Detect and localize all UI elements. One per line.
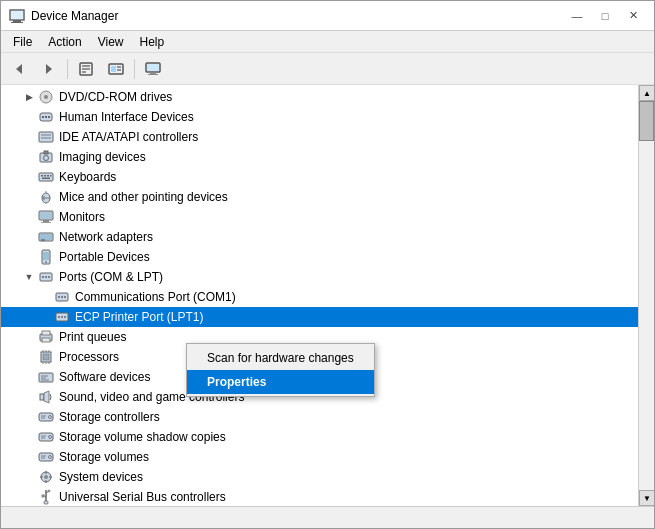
menu-action[interactable]: Action <box>40 33 89 51</box>
menu-help[interactable]: Help <box>132 33 173 51</box>
expand-arrow-software <box>21 369 37 385</box>
item-icon-ide <box>37 129 55 145</box>
svg-rect-102 <box>42 495 44 497</box>
expand-arrow-system <box>21 469 37 485</box>
svg-rect-1 <box>13 20 21 22</box>
tree-item-imaging[interactable]: Imaging devices <box>1 147 638 167</box>
tree-item-storage[interactable]: Storage controllers <box>1 407 638 427</box>
minimize-button[interactable]: — <box>564 6 590 26</box>
svg-rect-33 <box>47 175 49 177</box>
toolbar-separator-2 <box>134 59 135 79</box>
item-label-portable: Portable Devices <box>59 250 150 264</box>
tree-item-storagevolshadow[interactable]: Storage volume shadow copies <box>1 427 638 447</box>
svg-rect-30 <box>39 173 53 181</box>
item-icon-portable <box>37 249 55 265</box>
tree-item-usb[interactable]: Universal Serial Bus controllers <box>1 487 638 506</box>
toolbar-separator-1 <box>67 59 68 79</box>
tree-item-portable[interactable]: Portable Devices <box>1 247 638 267</box>
tree-item-network[interactable]: Network adapters <box>1 227 638 247</box>
svg-point-23 <box>48 116 50 118</box>
svg-point-56 <box>58 296 60 298</box>
context-menu-properties[interactable]: Properties <box>187 370 374 394</box>
scrollbar-down-button[interactable]: ▼ <box>639 490 654 506</box>
expand-arrow-dvd: ▶ <box>21 89 37 105</box>
content-area: ▶ DVD/CD-ROM drives Human Interface Devi… <box>1 85 654 506</box>
tree-item-mice[interactable]: Mice and other pointing devices <box>1 187 638 207</box>
toolbar-monitor-button[interactable] <box>139 56 167 82</box>
item-icon-system <box>37 469 55 485</box>
item-icon-monitors <box>37 209 55 225</box>
item-icon-dvd <box>37 89 55 105</box>
expand-arrow-monitors <box>21 209 37 225</box>
svg-point-47 <box>43 239 45 241</box>
expand-arrow-printq <box>21 329 37 345</box>
svg-marker-79 <box>44 391 49 403</box>
item-icon-storage <box>37 409 55 425</box>
svg-point-101 <box>48 490 50 492</box>
expand-arrow-storage <box>21 409 37 425</box>
svg-rect-67 <box>43 354 49 360</box>
tree-item-system[interactable]: System devices <box>1 467 638 487</box>
item-label-storagevol: Storage volumes <box>59 450 149 464</box>
svg-rect-34 <box>50 175 52 177</box>
svg-point-22 <box>45 116 47 118</box>
svg-rect-78 <box>40 394 44 400</box>
scrollbar-track[interactable]: ▲ ▼ <box>638 85 654 506</box>
scrollbar-thumb-area <box>639 101 654 490</box>
scrollbar-up-button[interactable]: ▲ <box>639 85 654 101</box>
item-icon-network <box>37 229 55 245</box>
svg-rect-2 <box>11 22 23 23</box>
item-label-network: Network adapters <box>59 230 153 244</box>
item-icon-printq <box>37 329 55 345</box>
item-icon-imaging <box>37 149 55 165</box>
item-icon-lpt1 <box>53 309 71 325</box>
toolbar-back-button[interactable] <box>5 56 33 82</box>
context-menu-scan[interactable]: Scan for hardware changes <box>187 346 374 370</box>
menu-file[interactable]: File <box>5 33 40 51</box>
svg-rect-88 <box>39 453 53 461</box>
svg-point-52 <box>42 276 44 278</box>
expand-arrow-imaging <box>21 149 37 165</box>
svg-point-61 <box>61 316 63 318</box>
menu-view[interactable]: View <box>90 33 132 51</box>
item-icon-sound <box>37 389 55 405</box>
maximize-button[interactable]: □ <box>592 6 618 26</box>
item-icon-hid <box>37 109 55 125</box>
menu-bar: File Action View Help <box>1 31 654 53</box>
tree-item-ports[interactable]: ▼ Ports (COM & LPT) <box>1 267 638 287</box>
expand-arrow-processors <box>21 349 37 365</box>
item-label-monitors: Monitors <box>59 210 105 224</box>
svg-rect-103 <box>44 501 48 504</box>
tree-item-com1[interactable]: Communications Port (COM1) <box>1 287 638 307</box>
tree-item-storagevol[interactable]: Storage volumes <box>1 447 638 467</box>
item-label-lpt1: ECP Printer Port (LPT1) <box>75 310 203 324</box>
toolbar-forward-button[interactable] <box>35 56 63 82</box>
tree-item-hid[interactable]: Human Interface Devices <box>1 107 638 127</box>
svg-rect-41 <box>40 212 52 219</box>
tree-view[interactable]: ▶ DVD/CD-ROM drives Human Interface Devi… <box>1 85 638 506</box>
item-icon-storagevol <box>37 449 55 465</box>
tree-item-monitors[interactable]: Monitors <box>1 207 638 227</box>
toolbar-scan-button[interactable] <box>102 56 130 82</box>
window-title: Device Manager <box>31 9 564 23</box>
tree-item-lpt1[interactable]: ECP Printer Port (LPT1) <box>1 307 638 327</box>
svg-rect-28 <box>44 151 48 154</box>
svg-rect-42 <box>43 220 49 222</box>
item-label-software: Software devices <box>59 370 150 384</box>
item-label-mice: Mice and other pointing devices <box>59 190 228 204</box>
tree-item-dvd[interactable]: ▶ DVD/CD-ROM drives <box>1 87 638 107</box>
item-label-printq: Print queues <box>59 330 126 344</box>
item-label-hid: Human Interface Devices <box>59 110 194 124</box>
toolbar-properties-button[interactable] <box>72 56 100 82</box>
expand-arrow-storagevolshadow <box>21 429 37 445</box>
item-label-dvd: DVD/CD-ROM drives <box>59 90 172 104</box>
tree-item-ide[interactable]: IDE ATA/ATAPI controllers <box>1 127 638 147</box>
scrollbar-thumb[interactable] <box>639 101 654 141</box>
expand-arrow-storagevol <box>21 449 37 465</box>
context-menu: Scan for hardware changes Properties <box>186 343 375 397</box>
item-icon-com1 <box>53 289 71 305</box>
svg-rect-24 <box>39 132 53 142</box>
tree-item-keyboards[interactable]: Keyboards <box>1 167 638 187</box>
close-button[interactable]: ✕ <box>620 6 646 26</box>
svg-rect-35 <box>42 178 50 180</box>
